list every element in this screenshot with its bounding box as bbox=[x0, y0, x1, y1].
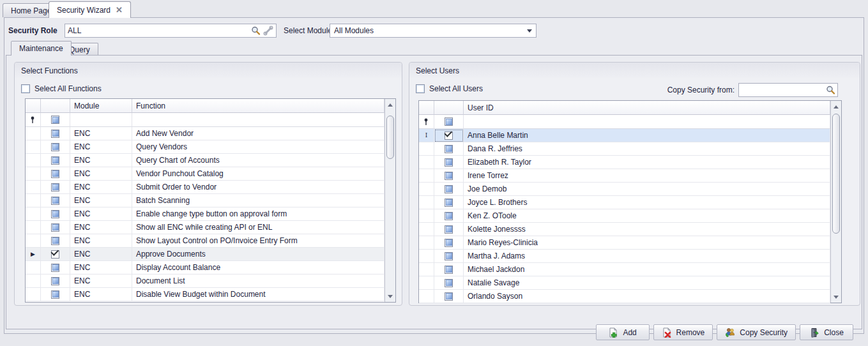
checkbox-column-header[interactable] bbox=[434, 101, 464, 115]
checkbox-column-header[interactable] bbox=[41, 99, 70, 113]
row-checkbox[interactable] bbox=[51, 237, 59, 245]
vertical-scrollbar[interactable] bbox=[830, 101, 841, 303]
security-role-field[interactable] bbox=[65, 24, 277, 38]
row-indicator: ▶ bbox=[26, 248, 41, 261]
module-column-header[interactable]: Module bbox=[70, 99, 132, 113]
row-checkbox[interactable] bbox=[445, 172, 453, 180]
table-row[interactable]: ENC Query Vendors bbox=[26, 140, 385, 154]
module-filter-cell[interactable] bbox=[70, 113, 132, 127]
row-checkbox[interactable] bbox=[445, 145, 453, 153]
table-row[interactable]: Dana R. Jeffries bbox=[419, 142, 830, 156]
table-row[interactable]: ENC Enable change type button on approva… bbox=[26, 207, 385, 221]
table-row[interactable]: Natalie Savage bbox=[419, 276, 830, 290]
filter-row[interactable] bbox=[419, 115, 830, 129]
button-label: Add bbox=[623, 328, 636, 337]
table-row[interactable]: Michael Jackdon bbox=[419, 263, 830, 276]
select-module-dropdown[interactable]: All Modules bbox=[330, 24, 537, 38]
row-checkbox[interactable] bbox=[51, 250, 59, 259]
checkbox-box[interactable] bbox=[21, 84, 30, 93]
user-id-filter-cell[interactable] bbox=[464, 115, 830, 129]
table-row[interactable]: ENC Add New Vendor bbox=[26, 127, 385, 140]
row-checkbox[interactable] bbox=[445, 199, 453, 207]
search-icon[interactable] bbox=[250, 26, 261, 36]
table-row[interactable]: ENC Disable View Budget within Document bbox=[26, 288, 385, 301]
scroll-down-icon[interactable] bbox=[385, 291, 395, 301]
user-id-cell: Ken Z. OToole bbox=[464, 209, 830, 223]
indicator-column-header bbox=[26, 99, 41, 113]
scroll-up-icon[interactable] bbox=[385, 100, 395, 110]
close-button[interactable]: Close bbox=[800, 324, 853, 340]
table-row[interactable]: Joyce L. Brothers bbox=[419, 196, 830, 209]
copy-security-from-field[interactable] bbox=[738, 83, 838, 97]
add-button[interactable]: Add bbox=[596, 324, 650, 340]
table-row[interactable]: ENC Display Account Balance bbox=[26, 261, 385, 275]
scroll-up-icon[interactable] bbox=[831, 102, 841, 112]
table-row[interactable]: ENC Submit Order to Vendor bbox=[26, 181, 385, 194]
row-checkbox[interactable] bbox=[445, 158, 453, 167]
table-row[interactable]: Martha J. Adams bbox=[419, 250, 830, 263]
row-checkbox[interactable] bbox=[51, 210, 59, 218]
function-column-header[interactable]: Function bbox=[132, 99, 385, 113]
function-cell: Vendor Punchout Catalog bbox=[132, 167, 385, 181]
table-row[interactable]: ENC Document List bbox=[26, 275, 385, 288]
vertical-scrollbar[interactable] bbox=[385, 99, 395, 302]
tab-security-wizard[interactable]: Security Wizard ✕ bbox=[49, 1, 131, 18]
table-row[interactable]: ENC Query Chart of Accounts bbox=[26, 154, 385, 167]
filter-checkbox[interactable] bbox=[445, 117, 453, 126]
table-row[interactable]: ENC Batch Scanning bbox=[26, 194, 385, 207]
select-all-users-checkbox[interactable]: Select All Users bbox=[416, 84, 483, 93]
wrench-icon[interactable] bbox=[263, 26, 273, 36]
row-checkbox[interactable] bbox=[51, 170, 59, 178]
row-checkbox[interactable] bbox=[445, 212, 453, 220]
module-cell: ENC bbox=[70, 275, 132, 288]
select-all-functions-checkbox[interactable]: Select All Functions bbox=[21, 84, 102, 93]
table-row[interactable]: ENC Vendor Punchout Catalog bbox=[26, 167, 385, 181]
row-checkbox[interactable] bbox=[51, 290, 59, 299]
copy-security-from-input[interactable] bbox=[739, 86, 825, 94]
table-row[interactable]: Orlando Sayson bbox=[419, 290, 830, 303]
scroll-down-icon[interactable] bbox=[831, 292, 841, 302]
security-role-input[interactable] bbox=[65, 26, 250, 35]
table-row[interactable]: ENC Show Layout Control on PO/Invoice En… bbox=[26, 234, 385, 248]
row-checkbox[interactable] bbox=[51, 143, 59, 151]
function-cell: Display Account Balance bbox=[132, 261, 385, 275]
scrollbar-thumb[interactable] bbox=[386, 116, 394, 159]
filter-row[interactable] bbox=[26, 113, 385, 127]
search-icon[interactable] bbox=[825, 85, 835, 95]
row-checkbox[interactable] bbox=[445, 225, 453, 234]
row-checkbox[interactable] bbox=[51, 223, 59, 232]
copy-security-button[interactable]: Copy Security bbox=[717, 324, 796, 340]
select-module-value: All Modules bbox=[334, 26, 527, 35]
row-checkbox[interactable] bbox=[51, 277, 59, 285]
row-checkbox[interactable] bbox=[445, 292, 453, 301]
close-icon[interactable]: ✕ bbox=[116, 6, 123, 14]
row-checkbox[interactable] bbox=[445, 252, 453, 260]
checkbox-box[interactable] bbox=[416, 84, 425, 93]
user-id-column-header[interactable]: User ID bbox=[464, 101, 830, 115]
row-checkbox[interactable] bbox=[51, 264, 59, 272]
table-row[interactable]: Irene Torrez bbox=[419, 169, 830, 183]
table-row[interactable]: Kolette Jonessss bbox=[419, 223, 830, 236]
row-checkbox[interactable] bbox=[445, 239, 453, 247]
row-checkbox[interactable] bbox=[445, 185, 453, 193]
row-checkbox[interactable] bbox=[445, 279, 453, 287]
scrollbar-thumb[interactable] bbox=[832, 114, 840, 234]
row-checkbox[interactable] bbox=[445, 132, 453, 140]
table-row[interactable]: ENC Show all ENC while creating API or E… bbox=[26, 221, 385, 234]
row-checkbox[interactable] bbox=[445, 266, 453, 274]
table-row[interactable]: Mario Reyes-Clinicia bbox=[419, 236, 830, 250]
row-checkbox[interactable] bbox=[51, 130, 59, 138]
table-row[interactable]: Elizabeth R. Taylor bbox=[419, 156, 830, 169]
table-row[interactable]: Ken Z. OToole bbox=[419, 209, 830, 223]
remove-button[interactable]: Remove bbox=[653, 324, 713, 340]
table-row[interactable]: Joe Demob bbox=[419, 183, 830, 196]
row-checkbox[interactable] bbox=[51, 197, 59, 205]
tab-maintenance[interactable]: Maintenance bbox=[11, 41, 72, 56]
function-filter-cell[interactable] bbox=[132, 113, 385, 127]
function-cell: Show Layout Control on PO/Invoice Entry … bbox=[132, 234, 385, 248]
row-checkbox[interactable] bbox=[51, 156, 59, 165]
filter-checkbox[interactable] bbox=[51, 116, 59, 124]
table-row[interactable]: ▶ ENC Approve Documents bbox=[26, 248, 385, 261]
row-checkbox[interactable] bbox=[51, 183, 59, 192]
table-row[interactable]: I Anna Belle Martin bbox=[419, 129, 830, 142]
